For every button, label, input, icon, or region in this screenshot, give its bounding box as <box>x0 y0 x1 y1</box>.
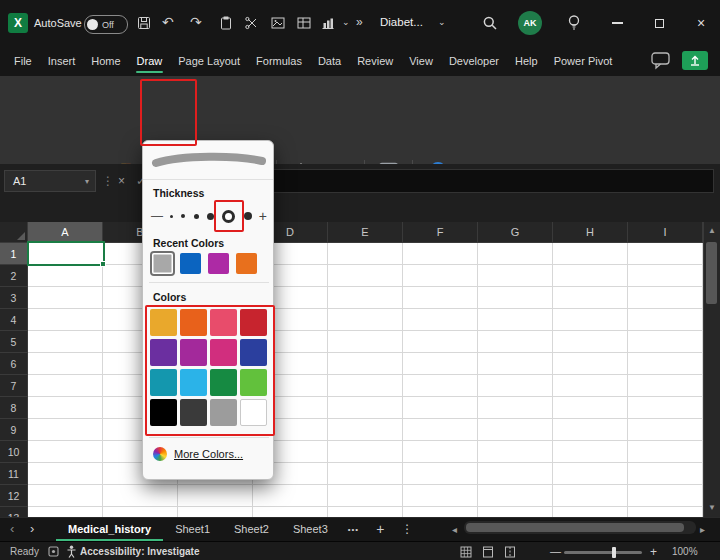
horizontal-scroll-thumb[interactable] <box>466 523 684 532</box>
thickness-increase-icon[interactable]: + <box>259 208 267 224</box>
sheet-tab-sheet2[interactable]: Sheet2 <box>222 518 281 541</box>
fill-handle[interactable] <box>100 261 106 267</box>
row-header-1[interactable]: 1 <box>0 243 28 265</box>
recent-color-swatch[interactable] <box>180 253 201 274</box>
sheet-nav-right-icon[interactable]: › <box>30 521 34 536</box>
page-break-view-icon[interactable] <box>504 546 516 558</box>
name-box-chevron-icon[interactable]: ▾ <box>85 177 89 186</box>
sheet-menu-icon[interactable]: ⋮ <box>393 518 421 541</box>
normal-view-icon[interactable] <box>460 546 472 558</box>
recent-color-swatch[interactable] <box>152 253 173 274</box>
thickness-options <box>163 210 259 223</box>
user-avatar[interactable]: AK <box>518 11 542 35</box>
minimize-button[interactable] <box>598 0 636 46</box>
thickness-option[interactable] <box>244 212 252 220</box>
table-icon[interactable] <box>296 15 312 31</box>
autosave-toggle[interactable]: Off <box>84 15 128 34</box>
macro-record-icon[interactable] <box>48 546 59 557</box>
column-header-e[interactable]: E <box>328 222 403 242</box>
qat-overflow-icon[interactable]: » <box>356 15 363 29</box>
close-button[interactable]: × <box>682 0 720 46</box>
row-header-4[interactable]: 4 <box>0 309 28 331</box>
menu-tab-view[interactable]: View <box>401 46 441 76</box>
thickness-option[interactable] <box>181 214 185 218</box>
share-button[interactable] <box>682 51 708 70</box>
menu-tab-insert[interactable]: Insert <box>40 46 84 76</box>
row-header-6[interactable]: 6 <box>0 353 28 375</box>
zoom-slider[interactable] <box>564 551 642 554</box>
document-title[interactable]: Diabet... <box>380 16 423 28</box>
undo-icon[interactable]: ↶ <box>162 14 174 30</box>
maximize-button[interactable] <box>640 0 678 46</box>
zoom-level[interactable]: 100% <box>672 546 698 557</box>
select-all-corner[interactable] <box>0 222 28 243</box>
column-header-f[interactable]: F <box>403 222 478 242</box>
sheet-tab-sheet1[interactable]: Sheet1 <box>163 518 222 541</box>
document-title-chevron-icon[interactable]: ⌄ <box>438 17 446 27</box>
column-header-h[interactable]: H <box>553 222 628 242</box>
menu-tab-file[interactable]: File <box>6 46 40 76</box>
add-sheet-icon[interactable]: + <box>367 518 393 541</box>
sheet-overflow-icon[interactable]: ••• <box>340 518 367 541</box>
menu-tab-page-layout[interactable]: Page Layout <box>170 46 248 76</box>
sheet-tab-medical_history[interactable]: Medical_history <box>56 518 163 541</box>
row-header-5[interactable]: 5 <box>0 331 28 353</box>
row-header-2[interactable]: 2 <box>0 265 28 287</box>
recent-color-swatch[interactable] <box>236 253 257 274</box>
column-header-a[interactable]: A <box>28 222 103 242</box>
comments-icon[interactable] <box>650 51 672 70</box>
selected-cell-a1[interactable] <box>27 241 105 266</box>
page-layout-view-icon[interactable] <box>482 546 494 558</box>
menu-tab-home[interactable]: Home <box>83 46 128 76</box>
cut-icon[interactable] <box>244 15 260 31</box>
scroll-up-icon[interactable]: ▲ <box>708 226 716 235</box>
picture-icon[interactable] <box>270 15 286 31</box>
redo-icon[interactable]: ↷ <box>190 14 202 30</box>
menu-tab-help[interactable]: Help <box>507 46 546 76</box>
row-header-9[interactable]: 9 <box>0 419 28 441</box>
sheet-nav-left-icon[interactable]: ‹ <box>10 521 14 536</box>
column-header-i[interactable]: I <box>628 222 703 242</box>
menu-tab-power-pivot[interactable]: Power Pivot <box>546 46 621 76</box>
row-header-11[interactable]: 11 <box>0 463 28 485</box>
chart-icon[interactable] <box>320 15 336 31</box>
zoom-out-icon[interactable]: — <box>550 545 561 557</box>
scroll-down-icon[interactable]: ▼ <box>708 503 716 512</box>
status-bar: Ready Accessibility: Investigate — + 100… <box>0 541 720 560</box>
save-icon[interactable] <box>136 15 152 31</box>
row-header-8[interactable]: 8 <box>0 397 28 419</box>
menu-tab-formulas[interactable]: Formulas <box>248 46 310 76</box>
cancel-entry-icon[interactable]: × <box>118 174 125 188</box>
row-header-3[interactable]: 3 <box>0 287 28 309</box>
zoom-in-icon[interactable]: + <box>650 545 657 559</box>
accessibility-status[interactable]: Accessibility: Investigate <box>80 546 200 557</box>
name-box[interactable]: A1 ▾ <box>4 170 96 192</box>
lightbulb-icon[interactable] <box>566 14 582 32</box>
annotation-thickness-selection <box>214 200 244 232</box>
minimize-icon <box>612 22 623 23</box>
row-header-7[interactable]: 7 <box>0 375 28 397</box>
hscroll-right-icon[interactable]: ▸ <box>700 524 705 535</box>
qat-chevron-down-icon[interactable]: ⌄ <box>342 17 350 27</box>
hscroll-left-icon[interactable]: ◂ <box>452 524 457 535</box>
menu-tab-review[interactable]: Review <box>349 46 401 76</box>
row-header-13[interactable]: 13 <box>0 507 28 517</box>
thickness-option[interactable] <box>170 215 173 218</box>
row-header-12[interactable]: 12 <box>0 485 28 507</box>
thickness-decrease-icon[interactable]: — <box>151 209 163 223</box>
search-icon[interactable] <box>482 15 498 31</box>
recent-color-swatch[interactable] <box>208 253 229 274</box>
vertical-scroll-thumb[interactable] <box>706 242 717 304</box>
clipboard-icon[interactable] <box>218 15 234 31</box>
menu-tab-developer[interactable]: Developer <box>441 46 507 76</box>
row-header-10[interactable]: 10 <box>0 441 28 463</box>
more-colors-item[interactable]: More Colors... <box>153 447 243 461</box>
sheet-tab-sheet3[interactable]: Sheet3 <box>281 518 340 541</box>
thickness-option[interactable] <box>194 214 199 219</box>
annotation-pen-tool <box>140 79 197 146</box>
zoom-slider-knob[interactable] <box>612 547 616 558</box>
cell-grid[interactable] <box>28 243 703 517</box>
menu-tab-data[interactable]: Data <box>310 46 349 76</box>
column-header-g[interactable]: G <box>478 222 553 242</box>
menu-tab-draw[interactable]: Draw <box>129 46 171 76</box>
